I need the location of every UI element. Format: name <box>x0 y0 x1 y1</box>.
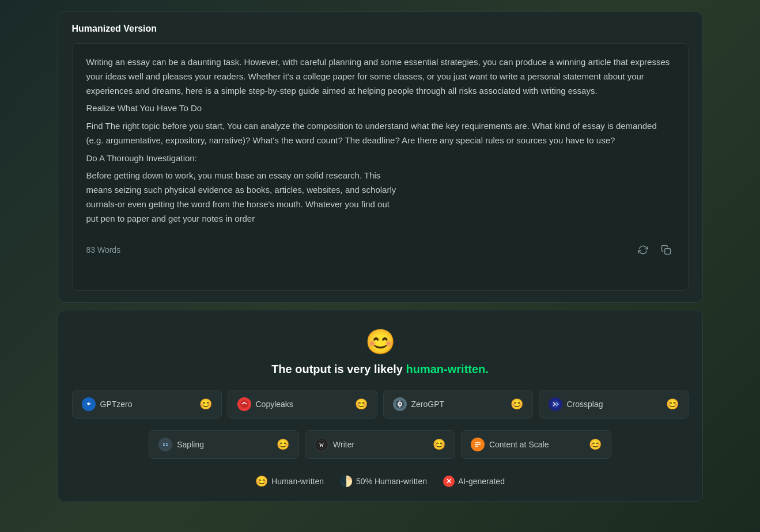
copyleaks-status: 😊 <box>355 398 368 411</box>
legend-human-icon: 😊 <box>255 475 268 488</box>
result-prefix: The output is very likely <box>271 363 406 375</box>
crossplag-name: Crossplag <box>567 400 603 409</box>
gptzero-name: GPTzero <box>100 400 133 409</box>
detector-left: GPTzero <box>82 397 133 411</box>
word-count: 83 Words <box>86 245 121 254</box>
essay-heading-1: Realize What You Have To Do <box>86 101 674 116</box>
copyleaks-name: Copyleaks <box>256 400 293 409</box>
gptzero-status: 😊 <box>199 398 212 411</box>
detector-left: Sapling <box>158 438 204 451</box>
zerogpt-name: ZeroGPT <box>411 400 445 409</box>
detector-crossplag: Crossplag 😊 <box>539 390 689 419</box>
detector-left: Copyleaks <box>237 397 293 411</box>
writer-name: Writer <box>333 440 354 449</box>
essay-paragraph-1: Writing an essay can be a daunting task.… <box>86 55 674 98</box>
result-text: The output is very likely human-written. <box>271 363 489 376</box>
refresh-icon <box>638 245 648 255</box>
sapling-status: 😊 <box>277 438 289 451</box>
legend-half-label: 50% Human-written <box>356 477 427 486</box>
zerogpt-logo <box>393 397 407 411</box>
essay-paragraph-3: Before getting down to work, you must ba… <box>86 169 674 226</box>
svg-point-9 <box>161 440 169 449</box>
legend-half: 🌓 50% Human-written <box>340 475 427 488</box>
word-count-bar: 83 Words <box>86 237 674 258</box>
legend-half-icon: 🌓 <box>340 475 353 488</box>
legend-human-label: Human-written <box>271 477 324 486</box>
svg-text:W: W <box>319 443 324 448</box>
legend-ai: ✕ AI-generated <box>443 476 505 487</box>
detector-left: ZeroGPT <box>393 397 445 411</box>
essay-heading-2: Do A Thorough Investigation: <box>86 151 674 166</box>
legend-ai-icon: ✕ <box>443 476 455 487</box>
sapling-name: Sapling <box>177 440 204 449</box>
refresh-button[interactable] <box>635 242 651 258</box>
detector-copyleaks: Copyleaks 😊 <box>228 390 377 419</box>
cas-status: 😊 <box>589 438 602 451</box>
writer-status: 😊 <box>433 438 445 451</box>
zerogpt-status: 😊 <box>511 398 523 411</box>
result-highlight: human-written. <box>406 363 489 375</box>
result-smiley: 😊 <box>365 328 395 356</box>
detector-left: Crossplag <box>549 397 603 411</box>
humanized-card: Humanized Version Writing an essay can b… <box>58 12 703 303</box>
copy-icon <box>661 245 671 255</box>
copyleaks-logo <box>237 397 251 411</box>
detector-writer: W Writer 😊 <box>305 430 455 459</box>
detector-left: Content at Scale <box>471 438 549 451</box>
detectors-row1: GPTzero 😊 Copyleaks 😊 <box>72 390 689 419</box>
legend-row: 😊 Human-written 🌓 50% Human-written ✕ AI… <box>255 475 505 488</box>
writer-logo: W <box>315 438 328 451</box>
detector-zerogpt: ZeroGPT 😊 <box>383 390 533 419</box>
detector-sapling: Sapling 😊 <box>149 430 299 459</box>
legend-human: 😊 Human-written <box>255 475 324 488</box>
cas-logo <box>471 438 485 451</box>
crossplag-status: 😊 <box>666 398 679 411</box>
main-container: Humanized Version Writing an essay can b… <box>58 12 703 502</box>
gptzero-logo <box>82 397 96 411</box>
sapling-logo <box>158 438 172 451</box>
svg-point-2 <box>88 404 89 405</box>
action-icons <box>635 242 674 258</box>
detector-gptzero: GPTzero 😊 <box>72 390 222 419</box>
detector-left: W Writer <box>315 438 354 451</box>
essay-paragraph-2: Find The right topic before you start, Y… <box>86 119 674 148</box>
svg-point-4 <box>244 402 245 403</box>
legend-ai-label: AI-generated <box>458 477 505 486</box>
crossplag-logo <box>549 397 562 411</box>
copy-button[interactable] <box>658 242 674 258</box>
svg-point-3 <box>240 400 248 408</box>
detectors-row2: Sapling 😊 W Writer 😊 <box>149 430 611 459</box>
svg-rect-0 <box>664 249 670 254</box>
text-content-box: Writing an essay can be a daunting task.… <box>72 43 689 291</box>
essay-text: Writing an essay can be a daunting task.… <box>86 55 674 226</box>
detection-card: 😊 The output is very likely human-writte… <box>58 310 703 502</box>
humanized-title: Humanized Version <box>72 24 689 34</box>
detector-cas: Content at Scale 😊 <box>461 430 611 459</box>
cas-name: Content at Scale <box>489 440 549 449</box>
